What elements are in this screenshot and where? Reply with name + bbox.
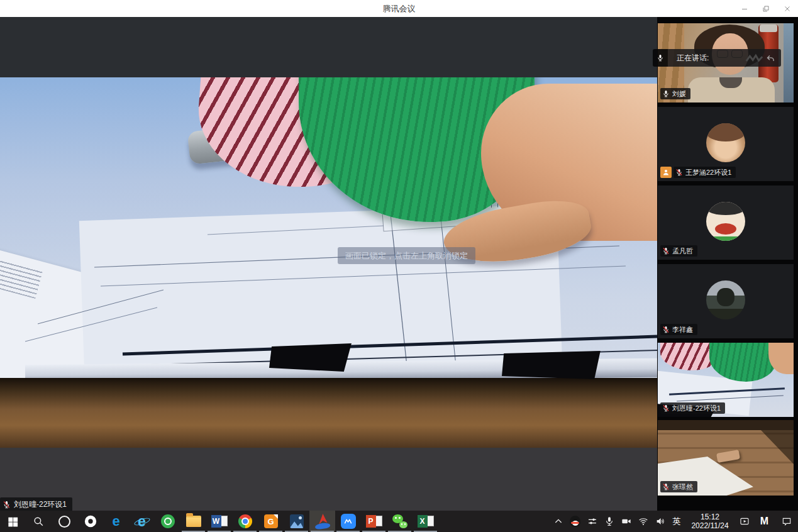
chrome-icon <box>238 514 252 528</box>
icon-swoosh <box>314 522 330 529</box>
avatar-hair <box>706 202 745 215</box>
close-button[interactable] <box>777 0 798 17</box>
meeting-active-app-button[interactable] <box>309 511 335 532</box>
letterbox-strip <box>0 448 657 511</box>
window-title: 腾讯会议 <box>0 3 798 14</box>
action-center-button[interactable] <box>775 511 798 532</box>
powerpoint-icon: P <box>366 515 382 528</box>
participant-name: 王梦涵22环设1 <box>685 168 731 177</box>
network-button[interactable] <box>635 511 651 532</box>
participant-name: 李祥鑫 <box>672 325 693 335</box>
locked-shared-screen-video <box>0 77 657 448</box>
windows-taskbar: e e W <box>0 511 798 532</box>
chevron-up-icon <box>553 516 563 526</box>
restore-button[interactable] <box>755 0 777 17</box>
main-video-area[interactable]: 画面已锁定，点击左上角取消锁定 刘恩曈-22环设1 <box>0 17 657 511</box>
media-player-tray-button[interactable] <box>735 511 754 532</box>
minimize-button[interactable] <box>734 0 755 17</box>
chrome-button[interactable] <box>232 511 258 532</box>
microphone-muted-icon <box>662 404 670 412</box>
participants-sidebar: 刘媛 王梦涵22环设1 <box>657 17 798 511</box>
green-fuzzy-sleeve <box>709 343 776 382</box>
internet-explorer-button[interactable]: e <box>129 511 155 532</box>
excel-letter: X <box>418 515 428 528</box>
qq-tray-button[interactable] <box>567 511 584 532</box>
tencent-meeting-button[interactable] <box>335 511 361 532</box>
meeting-m-glyph <box>343 517 353 526</box>
mixer-icon <box>587 516 597 526</box>
taskbar-clock[interactable]: 15:12 2022/11/24 <box>685 513 735 530</box>
file-explorer-icon <box>186 516 201 527</box>
clock-time: 15:12 <box>685 513 735 521</box>
restore-icon <box>762 5 770 13</box>
participant-name-badge: 李祥鑫 <box>660 324 697 335</box>
internet-explorer-icon: e <box>135 514 150 529</box>
microphone-muted-icon <box>662 326 670 333</box>
m-logo-tray-button[interactable]: M <box>754 516 775 527</box>
participant-name-badge: 孟凡哲 <box>660 245 697 257</box>
taskbar-apps: e e W <box>0 511 438 532</box>
participant-4-avatar <box>706 280 745 319</box>
desk-edge <box>658 420 794 430</box>
reply-arrow-icon[interactable] <box>765 53 776 63</box>
volume-button[interactable] <box>651 511 668 532</box>
wooden-table-edge <box>0 378 657 448</box>
excel-icon: X <box>418 515 434 528</box>
microphone-muted-icon <box>675 169 683 176</box>
system-tray: 英 15:12 2022/11/24 M <box>550 511 798 532</box>
hidden-icons-button[interactable] <box>550 511 567 532</box>
word-letter: W <box>211 515 221 528</box>
wechat-icon <box>392 514 407 528</box>
microphone-icon <box>604 516 614 526</box>
photos-button[interactable] <box>284 511 309 532</box>
tencent-meeting-window: 腾讯会议 <box>0 0 798 532</box>
green-browser-button[interactable] <box>155 511 180 532</box>
hand-raised-badge <box>660 167 672 178</box>
bottle-backdrop <box>784 23 794 103</box>
speaking-toast: 正在讲话: <box>653 49 781 67</box>
participant-4-badges: 李祥鑫 <box>660 324 697 335</box>
shadow-wedge <box>761 430 794 464</box>
word-button[interactable]: W <box>206 511 232 532</box>
person-jacket <box>688 77 775 103</box>
participant-name: 刘媛 <box>672 89 686 99</box>
participant-name: 刘恩曈-22环设1 <box>672 404 721 413</box>
participant-tile-6[interactable]: 张璟然 <box>658 420 794 496</box>
volume-mixer-button[interactable] <box>584 511 601 532</box>
camera-tray-button[interactable] <box>618 511 635 532</box>
notification-bubble-icon <box>782 516 792 526</box>
participant-tile-5[interactable]: 刘恩曈-22环设1 <box>658 343 794 417</box>
orange-docs-app-button[interactable]: G <box>258 511 284 532</box>
wifi-icon <box>638 516 648 526</box>
pinwheel-browser-button[interactable] <box>77 511 103 532</box>
start-button[interactable] <box>0 511 26 532</box>
participant-tile-2[interactable]: 王梦涵22环设1 <box>658 107 794 181</box>
main-speaker-name: 刘恩曈-22环设1 <box>14 499 67 510</box>
powerpoint-button[interactable]: P <box>361 511 387 532</box>
speaker-icon <box>655 516 665 526</box>
edge-button[interactable]: e <box>103 511 129 532</box>
microphone-on-icon <box>662 90 670 97</box>
search-icon <box>33 516 45 528</box>
window-controls <box>734 0 798 17</box>
speaking-toast-bar: 正在讲话: <box>668 49 781 67</box>
pinwheel-browser-icon <box>84 514 97 528</box>
titlebar: 腾讯会议 <box>0 0 798 17</box>
participant-tile-4[interactable]: 李祥鑫 <box>658 264 794 338</box>
green-browser-icon <box>161 514 175 528</box>
participant-tile-3[interactable]: 孟凡哲 <box>658 186 794 260</box>
microphone-tray-button[interactable] <box>601 511 618 532</box>
windows-logo-icon <box>7 516 19 528</box>
file-explorer-button[interactable] <box>180 511 206 532</box>
microphone-muted-icon <box>662 483 670 490</box>
input-language-indicator[interactable]: 英 <box>668 516 685 527</box>
cortana-button[interactable] <box>52 511 77 532</box>
participant-name-badge: 张璟然 <box>660 481 697 492</box>
wechat-button[interactable] <box>387 511 413 532</box>
participant-name: 孟凡哲 <box>672 247 693 256</box>
screen-locked-text: 画面已锁定，点击左上角取消锁定 <box>345 250 468 262</box>
speaking-label: 正在讲话: <box>677 53 745 64</box>
excel-button[interactable]: X <box>413 511 438 532</box>
search-button[interactable] <box>26 511 52 532</box>
wechat-bubble-small <box>399 521 407 528</box>
